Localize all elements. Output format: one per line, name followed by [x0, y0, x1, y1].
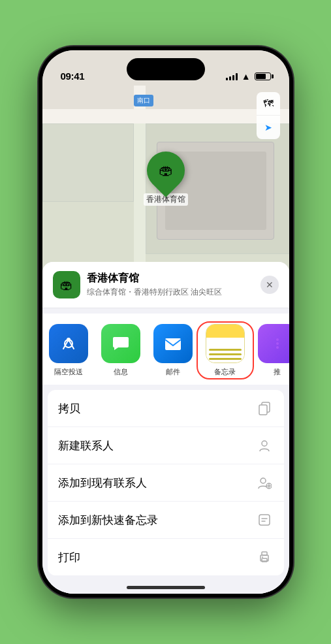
- notes-line-2: [209, 353, 242, 355]
- venue-header: 🏟 香港体育馆 综合体育馆・香港特别行政区 油尖旺区 ✕: [42, 262, 289, 308]
- status-time: 09:41: [61, 71, 85, 82]
- venue-info: 香港体育馆 综合体育馆・香港特别行政区 油尖旺区: [87, 272, 254, 298]
- more-dot-1: [276, 338, 279, 341]
- notes-label: 备忘录: [214, 367, 236, 377]
- more-label: 推: [274, 367, 281, 377]
- new-contact-label: 新建联系人: [58, 438, 114, 453]
- action-print[interactable]: 打印: [48, 539, 284, 575]
- svg-rect-14: [262, 552, 267, 555]
- location-pin: 🏟 香港体育馆: [144, 152, 188, 206]
- battery-icon: [255, 72, 271, 80]
- mail-svg: [163, 333, 183, 354]
- svg-point-1: [67, 338, 71, 342]
- add-notes-label: 添加到新快速备忘录: [58, 513, 158, 528]
- svg-point-5: [262, 441, 267, 446]
- share-item-mail[interactable]: 邮件: [147, 324, 199, 377]
- notes-line-3: [209, 358, 242, 360]
- home-indicator: [42, 581, 289, 594]
- share-row: 隔空投送 信息: [42, 314, 289, 385]
- venue-subtitle: 综合体育馆・香港特别行政区 油尖旺区: [87, 287, 254, 298]
- more-dots-icon: [276, 338, 279, 349]
- messages-svg: [110, 333, 131, 354]
- notes-icon-inner: [206, 325, 244, 362]
- signal-bars-icon: [226, 73, 238, 80]
- signal-bar-1: [226, 78, 228, 80]
- airdrop-label: 隔空投送: [54, 367, 83, 377]
- phone-frame: 09:41 ▲: [39, 46, 293, 598]
- signal-bar-4: [236, 73, 238, 80]
- status-icons: ▲: [226, 71, 271, 82]
- copy-label: 拷贝: [58, 401, 80, 416]
- map-controls[interactable]: 🗺 ➤: [257, 92, 280, 139]
- more-dot-2: [276, 342, 279, 345]
- location-button[interactable]: ➤: [257, 116, 280, 139]
- battery-fill: [256, 74, 266, 79]
- new-contact-icon: [255, 436, 274, 455]
- copy-icon: [255, 399, 274, 417]
- map-road-horizontal: [42, 109, 289, 123]
- map-type-button[interactable]: 🗺: [257, 92, 280, 116]
- action-add-notes[interactable]: 添加到新快速备忘录: [48, 502, 284, 539]
- add-notes-icon: [255, 511, 274, 529]
- close-button[interactable]: ✕: [260, 276, 279, 294]
- airdrop-svg: [58, 333, 79, 354]
- action-list: 拷贝 新建联系人: [48, 390, 284, 575]
- svg-point-16: [262, 556, 263, 558]
- bottom-sheet: 🏟 香港体育馆 综合体育馆・香港特别行政区 油尖旺区 ✕: [42, 262, 289, 594]
- messages-icon: [101, 324, 140, 363]
- svg-rect-2: [165, 338, 181, 350]
- dynamic-island: [127, 58, 205, 80]
- notes-icon: [206, 324, 245, 363]
- pin-circle: 🏟: [138, 144, 192, 197]
- location-icon: ➤: [264, 122, 272, 133]
- add-existing-label: 添加到现有联系人: [58, 475, 147, 491]
- svg-point-6: [260, 478, 266, 483]
- add-existing-icon: [255, 474, 274, 492]
- print-label: 打印: [58, 550, 80, 565]
- signal-bar-2: [229, 76, 231, 80]
- home-bar: [127, 586, 205, 589]
- svg-rect-10: [259, 515, 270, 525]
- print-icon: [255, 548, 274, 566]
- share-item-airdrop[interactable]: 隔空投送: [42, 324, 95, 377]
- mail-icon: [153, 324, 193, 363]
- more-icon: [258, 324, 289, 363]
- phone-screen: 09:41 ▲: [42, 50, 289, 594]
- signal-bar-3: [232, 75, 234, 80]
- venue-icon: 🏟: [53, 271, 80, 298]
- share-item-notes[interactable]: 备忘录: [199, 324, 251, 377]
- share-item-messages[interactable]: 信息: [95, 324, 147, 377]
- action-copy[interactable]: 拷贝: [48, 390, 284, 427]
- map-nankou-label: 南口: [134, 95, 153, 106]
- more-dot-3: [276, 346, 279, 349]
- notes-line-1: [209, 349, 242, 351]
- venue-name: 香港体育馆: [87, 272, 254, 285]
- map-type-icon: 🗺: [263, 98, 274, 110]
- pin-emoji: 🏟: [159, 162, 173, 179]
- svg-rect-15: [262, 558, 267, 562]
- wifi-icon: ▲: [242, 71, 251, 82]
- share-item-more[interactable]: 推: [251, 324, 289, 377]
- svg-rect-4: [259, 405, 267, 415]
- action-new-contact[interactable]: 新建联系人: [48, 427, 284, 464]
- venue-emoji: 🏟: [60, 278, 73, 293]
- action-add-existing[interactable]: 添加到现有联系人: [48, 464, 284, 502]
- airdrop-icon: [49, 324, 88, 363]
- messages-label: 信息: [114, 367, 128, 377]
- mail-label: 邮件: [166, 367, 180, 377]
